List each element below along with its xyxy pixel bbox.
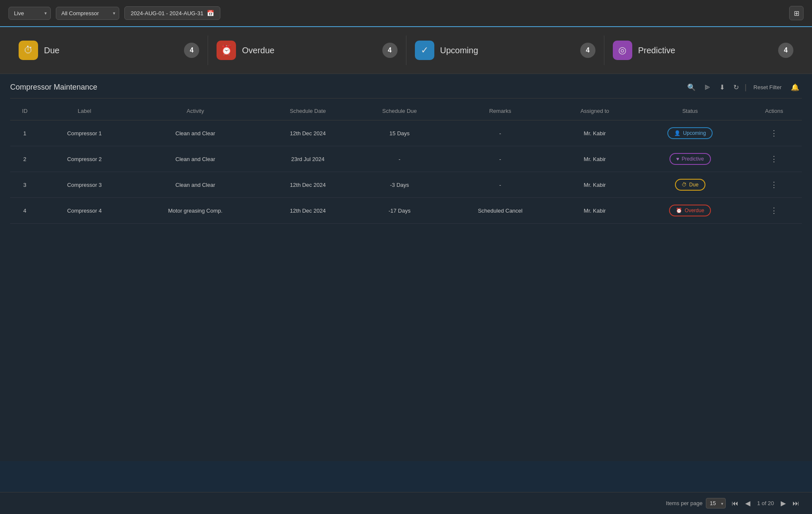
reset-filter-button[interactable]: Reset Filter	[750, 82, 785, 92]
card-upcoming[interactable]: ✓ Upcoming 4	[406, 36, 604, 65]
card-due[interactable]: ⏱ Due 4	[10, 36, 208, 65]
col-label: Label	[39, 102, 129, 120]
live-dropdown[interactable]: Live	[8, 7, 51, 20]
due-count: 4	[184, 43, 199, 58]
col-activity: Activity	[129, 102, 261, 120]
top-bar-right: ⊞	[789, 6, 804, 20]
page-info: 1 of 20	[754, 500, 776, 506]
col-remarks: Remarks	[444, 102, 556, 120]
due-label: Due	[44, 46, 178, 55]
status-badge: ⏰ Overdue	[669, 205, 711, 216]
last-page-button[interactable]: ⏭	[790, 498, 802, 509]
overdue-icon-wrapper: ⏰	[217, 41, 236, 60]
row-actions-button[interactable]: ⋮	[770, 128, 778, 138]
due-icon: ⏱	[24, 45, 33, 56]
prev-page-button[interactable]: ◀	[743, 498, 753, 509]
cell-activity: Clean and Clear	[129, 172, 261, 198]
table-row: 3 Compressor 3 Clean and Clear 12th Dec …	[10, 172, 802, 198]
date-range-text: 2024-AUG-01 - 2024-AUG-31	[131, 10, 203, 16]
cell-schedule-date: 23rd Jul 2024	[261, 146, 355, 172]
overdue-count: 4	[382, 43, 398, 58]
section-header: Compressor Maintenance 🔍 ⫸ ⬇ ↻ | Reset F…	[10, 74, 802, 98]
cell-id: 1	[10, 120, 39, 146]
upcoming-icon-wrapper: ✓	[415, 41, 434, 60]
predictive-icon-wrapper: ◎	[613, 41, 632, 60]
cell-label: Compressor 3	[39, 172, 129, 198]
cell-activity: Clean and Clear	[129, 120, 261, 146]
header-actions: 🔍 ⫸ ⬇ ↻ | Reset Filter 🔔	[685, 82, 802, 93]
cell-remarks: -	[444, 172, 556, 198]
search-button[interactable]: 🔍	[685, 82, 698, 93]
table-header-row: ID Label Activity Schedule Date Schedule…	[10, 102, 802, 120]
filter-columns-button[interactable]: ⫸	[702, 82, 713, 93]
date-range-button[interactable]: 2024-AUG-01 - 2024-AUG-31 📅	[124, 6, 220, 20]
cell-id: 2	[10, 146, 39, 172]
col-schedule-date: Schedule Date	[261, 102, 355, 120]
overdue-label: Overdue	[242, 46, 376, 55]
cell-remarks: Scheduled Cancel	[444, 198, 556, 224]
table-row: 2 Compressor 2 Clean and Clear 23rd Jul …	[10, 146, 802, 172]
overdue-icon: ⏰	[221, 45, 232, 56]
table-row: 1 Compressor 1 Clean and Clear 12th Dec …	[10, 120, 802, 146]
cell-schedule-due: -3 Days	[354, 172, 444, 198]
col-schedule-due: Schedule Due	[354, 102, 444, 120]
per-page-select[interactable]: 15 25 50	[706, 498, 726, 509]
compressor-dropdown[interactable]: All Compressor	[56, 7, 119, 20]
card-overdue[interactable]: ⏰ Overdue 4	[208, 36, 406, 65]
cell-actions[interactable]: ⋮	[746, 120, 802, 146]
cell-id: 4	[10, 198, 39, 224]
status-icon: ⏱	[682, 182, 687, 188]
col-id: ID	[10, 102, 39, 120]
divider: |	[745, 83, 747, 92]
col-actions: Actions	[746, 102, 802, 120]
status-badge: ♥ Predictive	[669, 153, 711, 165]
cell-label: Compressor 2	[39, 146, 129, 172]
cell-remarks: -	[444, 146, 556, 172]
cell-remarks: -	[444, 120, 556, 146]
live-dropdown-wrapper: Live	[8, 7, 51, 20]
col-assigned-to: Assigned to	[556, 102, 634, 120]
cell-schedule-date: 12th Dec 2024	[261, 198, 355, 224]
summary-cards-row: ⏱ Due 4 ⏰ Overdue 4 ✓ Upcoming 4 ◎ Predi…	[0, 27, 812, 74]
upcoming-label: Upcoming	[440, 46, 574, 55]
predictive-count: 4	[778, 43, 793, 58]
cell-assigned-to: Mr. Kabir	[556, 120, 634, 146]
status-badge: ⏱ Due	[675, 179, 705, 191]
section-title: Compressor Maintenance	[10, 83, 97, 92]
status-badge: 👤 Upcoming	[667, 127, 713, 139]
row-actions-button[interactable]: ⋮	[770, 154, 778, 164]
add-button[interactable]: ⊞	[789, 6, 804, 20]
table-row: 4 Compressor 4 Motor greasing Comp. 12th…	[10, 198, 802, 224]
main-content: Compressor Maintenance 🔍 ⫸ ⬇ ↻ | Reset F…	[0, 74, 812, 461]
per-page-wrapper: 15 25 50	[706, 498, 726, 509]
download-button[interactable]: ⬇	[717, 82, 727, 93]
cell-actions[interactable]: ⋮	[746, 198, 802, 224]
cell-label: Compressor 4	[39, 198, 129, 224]
cell-assigned-to: Mr. Kabir	[556, 146, 634, 172]
upcoming-icon: ✓	[421, 45, 428, 56]
cell-assigned-to: Mr. Kabir	[556, 172, 634, 198]
refresh-button[interactable]: ↻	[731, 82, 741, 93]
first-page-button[interactable]: ⏮	[729, 498, 741, 509]
cell-status: ⏱ Due	[634, 172, 746, 198]
compressor-dropdown-wrapper: All Compressor	[56, 7, 119, 20]
cell-assigned-to: Mr. Kabir	[556, 198, 634, 224]
upcoming-count: 4	[580, 43, 595, 58]
due-icon-wrapper: ⏱	[19, 41, 38, 60]
predictive-label: Predictive	[638, 46, 772, 55]
row-actions-button[interactable]: ⋮	[770, 180, 778, 189]
row-actions-button[interactable]: ⋮	[770, 206, 778, 215]
pagination-nav: ⏮ ◀ 1 of 20 ▶ ⏭	[729, 498, 802, 509]
cell-actions[interactable]: ⋮	[746, 172, 802, 198]
top-bar: Live All Compressor 2024-AUG-01 - 2024-A…	[0, 0, 812, 27]
status-icon: ♥	[676, 156, 679, 162]
card-predictive[interactable]: ◎ Predictive 4	[604, 36, 802, 65]
filter-icon-button[interactable]: 🔔	[788, 82, 802, 93]
maintenance-table: ID Label Activity Schedule Date Schedule…	[10, 102, 802, 224]
cell-status: 👤 Upcoming	[634, 120, 746, 146]
cell-actions[interactable]: ⋮	[746, 146, 802, 172]
cell-schedule-due: -17 Days	[354, 198, 444, 224]
cell-status: ⏰ Overdue	[634, 198, 746, 224]
next-page-button[interactable]: ▶	[778, 498, 788, 509]
status-icon: ⏰	[676, 208, 682, 213]
